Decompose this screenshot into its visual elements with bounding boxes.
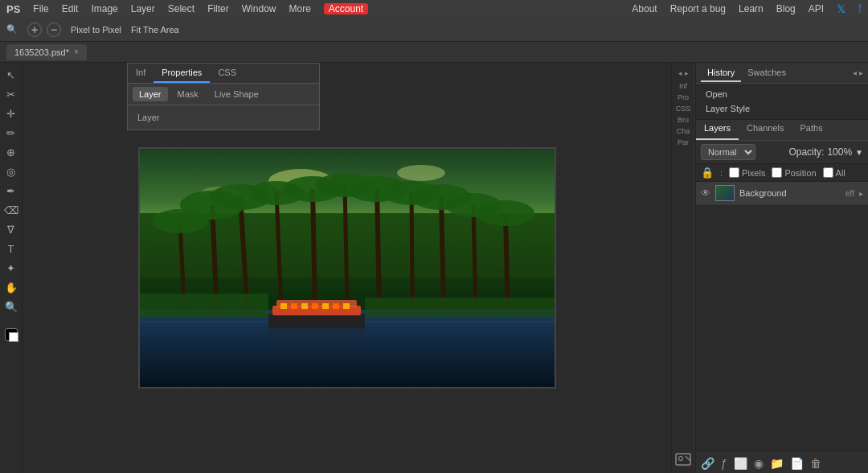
lock-pixels-check[interactable]: Pixels <box>729 167 765 178</box>
props-subtab-liveshape[interactable]: Live Shape <box>208 87 265 101</box>
gradient-tool-icon[interactable]: ∇ <box>2 220 20 238</box>
pixel-to-pixel-button[interactable]: Pixel to Pixel <box>71 25 121 35</box>
menu-account[interactable]: Account <box>324 3 368 14</box>
menu-more[interactable]: More <box>289 3 310 14</box>
crop-tool-icon[interactable]: ✂ <box>2 85 20 103</box>
clone-tool-icon[interactable]: ⊕ <box>2 143 20 161</box>
history-item-layerstyle[interactable]: Layer Style <box>699 101 865 116</box>
move-tool-icon[interactable]: ✛ <box>2 105 20 122</box>
zoom-controls: + − <box>27 23 61 37</box>
swatches-tab[interactable]: Swatches <box>741 64 792 82</box>
lock-pixels-checkbox[interactable] <box>729 167 739 178</box>
layers-tab[interactable]: Layers <box>696 120 739 140</box>
menu-layer[interactable]: Layer <box>131 3 155 14</box>
menu-select[interactable]: Select <box>168 3 194 14</box>
layer-list: 👁 Background eff ▸ <box>696 182 868 453</box>
photo-icon[interactable] <box>675 451 691 473</box>
lock-all-check[interactable]: All <box>823 167 845 178</box>
twitter-icon: 𝕏 <box>837 2 845 15</box>
props-subtab-mask[interactable]: Mask <box>171 87 205 101</box>
delete-layer-icon[interactable]: 🗑 <box>810 457 821 470</box>
side-info-par[interactable]: Par <box>678 137 689 148</box>
history-item-open[interactable]: Open <box>699 87 865 101</box>
svg-rect-35 <box>291 303 297 309</box>
link-bug[interactable]: Report a bug <box>670 3 726 14</box>
link-layers-icon[interactable]: 🔗 <box>701 457 714 470</box>
history-panel-collapse[interactable]: ◂ ▸ <box>853 68 863 77</box>
blend-mode-select[interactable]: Normal Multiply Screen Overlay <box>701 144 755 160</box>
eraser-tool-icon[interactable]: ⌫ <box>2 201 20 219</box>
lasso-tool-icon[interactable]: ◎ <box>2 162 20 180</box>
props-subtab-layer[interactable]: Layer <box>133 87 168 101</box>
menu-window[interactable]: Window <box>242 3 276 14</box>
menu-edit[interactable]: Edit <box>62 3 79 14</box>
app-logo: PS <box>6 3 20 15</box>
side-info-pro[interactable]: Pro <box>678 92 689 103</box>
svg-rect-40 <box>343 303 350 309</box>
layer-name-label[interactable]: Background <box>739 188 841 198</box>
opacity-value[interactable]: 100% <box>827 146 852 158</box>
lock-position-check[interactable]: Position <box>772 167 816 178</box>
adjustment-icon[interactable]: ◉ <box>754 457 764 470</box>
zoom-in-button[interactable]: + <box>27 23 42 37</box>
layers-panel: Layers Channels Paths Normal Multiply Sc… <box>696 120 868 473</box>
history-tab[interactable]: History <box>701 64 741 82</box>
document-tab[interactable]: 1635203.psd* × <box>6 44 87 60</box>
opacity-arrow-icon[interactable]: ▼ <box>855 148 863 157</box>
layer-expand-icon[interactable]: ▸ <box>859 189 863 198</box>
paths-tab[interactable]: Paths <box>792 120 831 140</box>
shape-tool-icon[interactable]: ✦ <box>2 259 20 277</box>
layer-effects-label[interactable]: eff <box>845 189 854 198</box>
fit-area-button[interactable]: Fit The Area <box>131 25 179 35</box>
tab-close-button[interactable]: × <box>74 47 79 56</box>
lock-position-label: Position <box>784 168 816 178</box>
foreground-color-icon[interactable] <box>5 328 18 341</box>
svg-point-45 <box>679 457 683 461</box>
new-group-icon[interactable]: 📁 <box>770 457 784 470</box>
canvas-area: Inf Properties CSS Layer Mask Live Shape… <box>23 63 671 473</box>
lock-all-checkbox[interactable] <box>823 167 833 178</box>
link-api[interactable]: API <box>809 3 824 14</box>
layer-row[interactable]: 👁 Background eff ▸ <box>696 182 868 205</box>
pen-tool-icon[interactable]: ✒ <box>2 182 20 199</box>
text-tool-icon[interactable]: T <box>2 240 20 257</box>
panel-collapse-button[interactable]: ◂ ▸ <box>677 66 690 80</box>
tab-filename: 1635203.psd* <box>14 47 69 57</box>
menu-filter[interactable]: Filter <box>207 3 229 14</box>
add-effect-icon[interactable]: ƒ <box>721 457 727 470</box>
menu-bar: PS File Edit Image Layer Select Filter W… <box>0 0 868 18</box>
link-about[interactable]: About <box>632 3 657 14</box>
props-tab-css[interactable]: CSS <box>210 64 244 83</box>
props-tab-inf[interactable]: Inf <box>128 64 154 83</box>
photo-canvas[interactable] <box>138 147 556 389</box>
menu-image[interactable]: Image <box>91 3 117 14</box>
layer-visibility-icon[interactable]: 👁 <box>701 187 710 199</box>
channels-tab[interactable]: Channels <box>739 120 792 140</box>
hand-tool-icon[interactable]: ✋ <box>2 278 20 296</box>
search-icon[interactable]: 🔍 <box>6 24 18 35</box>
side-info-bru[interactable]: Bru <box>678 114 689 125</box>
lock-icon[interactable]: 🔒 <box>701 167 714 179</box>
brush-tool-icon[interactable]: ✏ <box>2 124 20 142</box>
lock-pixels-label: Pixels <box>742 168 765 178</box>
side-info-css[interactable]: CSS <box>676 103 691 114</box>
options-toolbar: 🔍 + − Pixel to Pixel Fit The Area <box>0 18 868 42</box>
tool-separator <box>0 317 22 323</box>
link-learn[interactable]: Learn <box>739 3 764 14</box>
props-tab-properties[interactable]: Properties <box>154 64 210 83</box>
svg-rect-31 <box>268 314 365 328</box>
svg-rect-37 <box>312 303 318 309</box>
zoom-tool-icon[interactable]: 🔍 <box>2 298 20 315</box>
lock-position-checkbox[interactable] <box>772 167 782 178</box>
side-info-inf[interactable]: Inf <box>679 80 687 92</box>
zoom-out-button[interactable]: − <box>47 23 61 37</box>
properties-content: Layer <box>128 105 319 130</box>
link-blog[interactable]: Blog <box>776 3 796 14</box>
side-info-cha[interactable]: Cha <box>677 125 690 137</box>
select-tool-icon[interactable]: ↖ <box>2 66 20 84</box>
history-panel: History Swatches ◂ ▸ Open Layer Style <box>696 63 868 120</box>
menu-file[interactable]: File <box>33 3 48 14</box>
add-mask-icon[interactable]: ⬜ <box>734 457 747 470</box>
new-layer-icon[interactable]: 📄 <box>790 457 804 470</box>
right-links: About Report a bug Learn Blog API 𝕏 f <box>632 2 862 15</box>
